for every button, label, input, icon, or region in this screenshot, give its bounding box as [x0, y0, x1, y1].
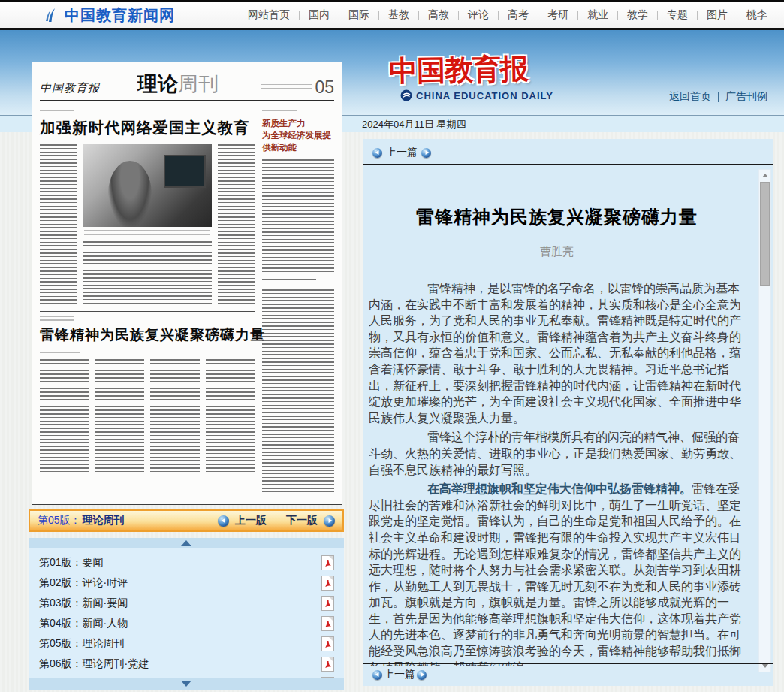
- next-edition-icon[interactable]: [324, 515, 335, 527]
- paper-section-title: 理论周刊: [112, 73, 244, 95]
- edition-name: 理论周刊: [83, 637, 125, 649]
- newspaper-masthead-logo[interactable]: 中国教育报: [389, 50, 529, 90]
- back-home-link[interactable]: 返回首页: [669, 90, 711, 104]
- nav-item-international[interactable]: 国际: [339, 8, 378, 22]
- paper-column-label: [262, 107, 297, 112]
- edition-row: 第06版：理论周刊·党建: [29, 654, 344, 674]
- paper-page-number: 05: [315, 79, 334, 95]
- paper-text-block: [262, 289, 334, 492]
- edition-pager-bar: 第05版： 理论周刊 上一版 下一版: [29, 509, 344, 532]
- edition-name: 评论·时评: [83, 576, 128, 588]
- pdf-icon[interactable]: [321, 616, 334, 631]
- edition-link-03[interactable]: 第03版：新闻·要闻: [39, 597, 128, 610]
- nav-item-basic-edu[interactable]: 基教: [379, 8, 418, 22]
- masthead-english-text: CHINA EDUCATION DAILY: [416, 90, 553, 101]
- next-article-icon[interactable]: [417, 670, 427, 680]
- scroll-up-strip[interactable]: [29, 538, 344, 548]
- edition-label: 第03版：: [39, 597, 83, 609]
- edition-label: 第01版：: [39, 556, 83, 568]
- article-title: 雷锋精神为民族复兴凝聚磅礴力量: [363, 205, 751, 229]
- prev-article-icon[interactable]: [372, 148, 382, 158]
- nav-item-teaching[interactable]: 教学: [618, 8, 657, 22]
- prev-edition-button[interactable]: 上一版: [235, 514, 267, 527]
- nav-item-home[interactable]: 网站首页: [239, 8, 299, 22]
- pdf-icon[interactable]: [321, 636, 334, 651]
- article-scrollbar[interactable]: [758, 169, 771, 672]
- article-paragraph: 雷锋精神，是以雷锋的名字命名，以雷锋的崇高品质为基本内涵，在实践中不断丰富和发展…: [369, 280, 744, 426]
- edition-row: 第01版：要闻: [29, 552, 344, 573]
- prev-article-icon[interactable]: [372, 670, 382, 680]
- link-separator: [718, 92, 719, 102]
- article-divider-top: [363, 164, 773, 165]
- edition-row: 第03版：新闻·要闻: [29, 593, 344, 613]
- paper-bottom-columns: [40, 359, 255, 473]
- prev-edition-icon[interactable]: [218, 515, 229, 527]
- edition-pager-controls: 上一版 下一版: [218, 514, 335, 527]
- site-logo[interactable]: 中国教育新闻网: [42, 5, 175, 26]
- current-edition-label: 第05版：: [38, 514, 81, 527]
- paper-text-column: [40, 144, 77, 304]
- edition-row: 第05版：理论周刊: [29, 633, 344, 654]
- pdf-icon[interactable]: [321, 576, 334, 591]
- edition-row: 第02版：评论·时评: [29, 573, 344, 593]
- edition-label: 第06版：: [39, 657, 83, 669]
- paper-photo-caption: [84, 230, 210, 237]
- scrollbar-thumb[interactable]: [760, 182, 770, 286]
- edition-label: 第02版：: [39, 576, 83, 588]
- date-text: 2024年04月11日 星期四: [362, 119, 466, 130]
- scrollbar-down-arrow[interactable]: [762, 664, 768, 668]
- prev-article-label[interactable]: 上一篇: [384, 668, 415, 681]
- edition-label: 第05版：: [39, 637, 83, 649]
- nav-item-jobs[interactable]: 就业: [578, 8, 617, 22]
- edition-link-02[interactable]: 第02版：评论·时评: [39, 576, 128, 590]
- paper-text-column: [150, 359, 200, 473]
- article-divider-bottom: [363, 663, 773, 664]
- paper-headline-right: 新质生产力 为全球经济发展提供新动能: [262, 117, 334, 153]
- next-edition-button[interactable]: 下一版: [286, 514, 318, 527]
- paper-masthead-logo: 中国教育报: [40, 81, 112, 95]
- paper-section-divider: [40, 311, 255, 312]
- paper-issue-info-lines: [261, 84, 312, 95]
- masthead-english: CHINA EDUCATION DAILY: [400, 89, 553, 101]
- site-logo-icon: [42, 6, 60, 24]
- prev-article-label[interactable]: 上一篇: [386, 146, 418, 159]
- nav-item-taoli[interactable]: 桃李: [737, 8, 776, 22]
- pdf-icon[interactable]: [321, 596, 334, 611]
- pdf-icon[interactable]: [321, 657, 334, 672]
- newspaper-thumbnail[interactable]: 中国教育报 理论周刊 05 加强新时代网络爱国主义教育: [32, 62, 342, 505]
- next-article-icon[interactable]: [421, 148, 431, 158]
- article-body: 雷锋精神，是以雷锋的名字命名，以雷锋的崇高品质为基本内涵，在实践中不断丰富和发展…: [369, 280, 744, 666]
- nav-item-special[interactable]: 专题: [658, 8, 697, 22]
- nav-item-higher-edu[interactable]: 高教: [419, 8, 458, 22]
- article-panel: 上一篇 雷锋精神为民族复兴凝聚磅礴力量 曹胜亮 雷锋精神，是以雷锋的名字命名，以…: [363, 139, 773, 686]
- edition-label: 第04版：: [39, 617, 83, 629]
- nav-item-gaokao[interactable]: 高考: [499, 8, 538, 22]
- edition-link-04[interactable]: 第04版：新闻·人物: [39, 617, 128, 630]
- paragraph-text: 雷锋在受尽旧社会的苦难和沐浴新社会的鲜明对比中，萌生了一生听党话、坚定跟党走的坚…: [369, 482, 741, 666]
- article-nav-top: 上一篇: [372, 146, 431, 159]
- scrollbar-up-arrow[interactable]: [762, 174, 768, 177]
- nav-item-pictures[interactable]: 图片: [698, 8, 737, 22]
- paper-headline-right-line2: 为全球经济发展提供新动能: [262, 129, 334, 153]
- banner-links: 返回首页 广告刊例: [669, 90, 767, 104]
- nav-item-kaoyan[interactable]: 考研: [538, 8, 577, 22]
- nav-item-comment[interactable]: 评论: [459, 8, 498, 22]
- article-paragraph: 雷锋这个淳朴的青年楷模所具有的闪亮的精气神、倔强的奋斗劲、火热的关爱情、进取的事…: [369, 429, 744, 478]
- main-menu: 网站首页 国内 国际 基教 高教 评论 高考 考研 就业 教学 专题 图片 桃李: [239, 8, 776, 22]
- edition-link-05[interactable]: 第05版：理论周刊: [39, 637, 125, 651]
- scroll-down-strip[interactable]: [29, 678, 344, 690]
- paper-headline-bottom: 雷锋精神为民族复兴凝聚磅礴力量: [40, 325, 255, 345]
- paper-text-block: [83, 241, 212, 304]
- edition-link-01[interactable]: 第01版：要闻: [39, 556, 104, 570]
- paper-headline-top: 加强新时代网络爱国主义教育: [40, 117, 255, 138]
- paper-text-block: [262, 159, 334, 272]
- paper-masthead-row: 中国教育报 理论周刊 05: [40, 68, 334, 95]
- pdf-icon[interactable]: [321, 555, 334, 570]
- nav-item-domestic[interactable]: 国内: [300, 8, 339, 22]
- paragraph-lead: 在高举理想旗帜和坚定伟大信仰中弘扬雷锋精神。: [427, 482, 692, 495]
- edition-link-06[interactable]: 第06版：理论周刊·党建: [39, 657, 149, 671]
- paper-text-column: [206, 359, 255, 473]
- paper-subhead-line: [262, 279, 316, 285]
- paper-photo-column: [83, 144, 212, 304]
- ad-rates-link[interactable]: 广告刊例: [725, 90, 767, 104]
